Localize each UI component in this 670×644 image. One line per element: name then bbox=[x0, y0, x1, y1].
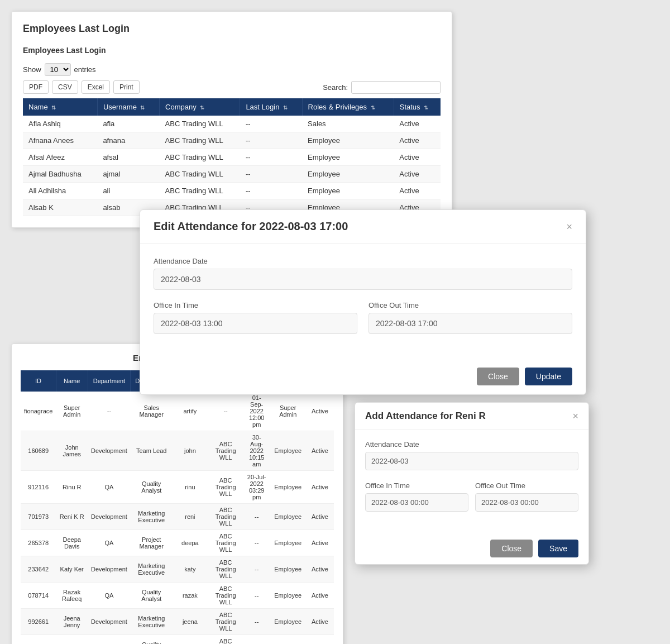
cell-username: ali bbox=[97, 183, 159, 199]
add-office-out-input[interactable] bbox=[475, 493, 578, 512]
cell2-name: Reni K R bbox=[56, 504, 88, 530]
cell2-roles: Employee bbox=[270, 431, 306, 471]
show-label: Show bbox=[23, 65, 41, 74]
col-name: Name ⇅ bbox=[23, 98, 97, 116]
cell-company: ABC Trading WLL bbox=[160, 116, 240, 132]
cell2-roles: Employee bbox=[270, 583, 306, 609]
entries-label: entries bbox=[74, 65, 96, 74]
cell2-dept: QA bbox=[88, 583, 131, 609]
cell2-company: ABC Trading WLL bbox=[208, 556, 243, 583]
add-office-out-field: Office Out Time bbox=[475, 481, 578, 512]
add-office-in-input[interactable] bbox=[365, 493, 468, 512]
cell2-status: Active bbox=[306, 504, 334, 530]
cell2-last-login: -- bbox=[243, 635, 270, 645]
col-last-login: Last Login ⇅ bbox=[240, 98, 302, 116]
sort-icon-lastlogin: ⇅ bbox=[283, 104, 288, 111]
cell-last-login: -- bbox=[240, 149, 302, 166]
cell-last-login: -- bbox=[240, 132, 302, 149]
office-out-label: Office Out Time bbox=[368, 301, 572, 309]
cell-roles: Employee bbox=[302, 183, 394, 199]
table-row: 265378 Deepa Davis QA Project Manager de… bbox=[21, 530, 334, 556]
col-company: Company ⇅ bbox=[160, 98, 240, 116]
office-in-field: Office In Time bbox=[154, 301, 357, 334]
cell2-desig: Sales Manager bbox=[131, 392, 173, 431]
cell-username: ajmal bbox=[97, 166, 159, 183]
export-buttons: PDF CSV Excel Print Search: bbox=[23, 80, 441, 94]
cell-last-login: -- bbox=[240, 183, 302, 199]
cell2-desig: Team Lead bbox=[131, 431, 173, 471]
cell2-status: Inactive bbox=[306, 635, 334, 645]
cell2-id: 992661 bbox=[21, 609, 56, 635]
sort-icon-username: ⇅ bbox=[140, 104, 145, 111]
cell2-desig: Quality Analyst bbox=[131, 583, 173, 609]
office-in-input[interactable] bbox=[154, 313, 357, 334]
cell-company: ABC Trading WLL bbox=[160, 166, 240, 183]
cell2-company: ABC Trading WLL bbox=[208, 635, 243, 645]
modal-add-save-btn[interactable]: Save bbox=[538, 540, 578, 557]
cell-roles: Sales bbox=[302, 116, 394, 132]
cell-status: Active bbox=[394, 116, 441, 132]
add-attendance-date-input[interactable] bbox=[365, 452, 578, 470]
cell2-name: Fayiz F bbox=[56, 635, 88, 645]
cell2-company: -- bbox=[208, 392, 243, 431]
table-row: fionagrace Super Admin -- Sales Manager … bbox=[21, 392, 334, 431]
cell2-status: Active bbox=[306, 392, 334, 431]
table-row: Ali Adhilsha ali ABC Trading WLL -- Empl… bbox=[23, 183, 441, 199]
cell2-last-login: -- bbox=[243, 583, 270, 609]
cell2-last-login: -- bbox=[243, 609, 270, 635]
cell-status: Active bbox=[394, 183, 441, 199]
add-office-in-field: Office In Time bbox=[365, 481, 468, 512]
cell-last-login: -- bbox=[240, 116, 302, 132]
cell-name: Afsal Afeez bbox=[23, 149, 97, 166]
card1-employees-last-login: Employees Last Login Employees Last Logi… bbox=[11, 11, 452, 228]
btn-pdf[interactable]: PDF bbox=[23, 80, 49, 94]
col-roles: Roles & Privileges ⇅ bbox=[302, 98, 394, 116]
cell2-roles: Employee bbox=[270, 609, 306, 635]
cell2-name: Jeena Jenny bbox=[56, 609, 88, 635]
modal-edit-update-btn[interactable]: Update bbox=[525, 368, 572, 385]
modal-edit-close-button[interactable]: × bbox=[566, 222, 572, 232]
entries-select[interactable]: 10 25 50 bbox=[45, 63, 71, 76]
cell2-dept: Development bbox=[88, 556, 131, 583]
cell2-desig: Marketing Executive bbox=[131, 556, 173, 583]
btn-excel[interactable]: Excel bbox=[82, 80, 110, 94]
cell2-roles: Employee bbox=[270, 556, 306, 583]
modal-edit-close-btn[interactable]: Close bbox=[477, 368, 519, 385]
cell2-status: Active bbox=[306, 530, 334, 556]
modal-edit-header: Edit Attendance for 2022-08-03 17:00 × bbox=[140, 210, 586, 244]
cell-name: Afnana Anees bbox=[23, 132, 97, 149]
cell2-company: ABC Trading WLL bbox=[208, 431, 243, 471]
cell2-company: ABC Trading WLL bbox=[208, 530, 243, 556]
col2-name: Name bbox=[56, 370, 88, 392]
cell2-last-login: 20-Jul-2022 03:29 pm bbox=[243, 471, 270, 504]
cell2-last-login: -- bbox=[243, 556, 270, 583]
btn-print[interactable]: Print bbox=[113, 80, 140, 94]
attendance-date-input[interactable] bbox=[154, 269, 572, 290]
search-input[interactable] bbox=[351, 81, 441, 94]
attendance-date-field: Attendance Date bbox=[154, 257, 572, 290]
cell2-desig: Marketing Executive bbox=[131, 609, 173, 635]
modal-add-close-button[interactable]: × bbox=[572, 411, 578, 421]
modal-add-close-btn[interactable]: Close bbox=[490, 540, 533, 557]
cell2-id: 160689 bbox=[21, 431, 56, 471]
cell-status: Active bbox=[394, 149, 441, 166]
office-out-input[interactable] bbox=[368, 313, 572, 334]
card1-subtitle: Employees Last Login bbox=[23, 46, 441, 55]
cell-last-login: -- bbox=[240, 166, 302, 183]
cell-roles: Employee bbox=[302, 166, 394, 183]
col-username: Username ⇅ bbox=[97, 98, 159, 116]
sort-icon-company: ⇅ bbox=[200, 104, 204, 111]
table-header-row: Name ⇅ Username ⇅ Company ⇅ Last Login ⇅… bbox=[23, 98, 441, 116]
table-row: 233642 Katy Ker Development Marketing Ex… bbox=[21, 556, 334, 583]
table-row: 667584 Fayiz F QA Quality Analyst fayiz … bbox=[21, 635, 334, 645]
cell2-status: Active bbox=[306, 609, 334, 635]
btn-csv[interactable]: CSV bbox=[52, 80, 78, 94]
cell2-username: reni bbox=[173, 504, 208, 530]
office-in-label: Office In Time bbox=[154, 301, 357, 309]
cell-company: ABC Trading WLL bbox=[160, 132, 240, 149]
cell2-name: Katy Ker bbox=[56, 556, 88, 583]
cell2-id: 912116 bbox=[21, 471, 56, 504]
add-time-fields-row: Office In Time Office Out Time bbox=[365, 481, 578, 512]
cell-username: afla bbox=[97, 116, 159, 132]
cell2-company: ABC Trading WLL bbox=[208, 583, 243, 609]
